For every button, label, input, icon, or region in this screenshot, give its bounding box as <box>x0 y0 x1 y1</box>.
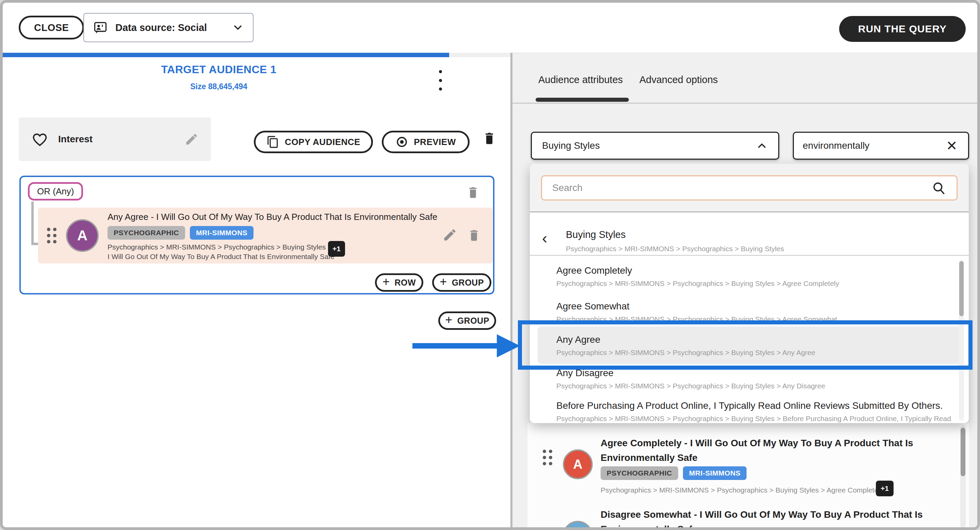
avatar: A <box>66 219 99 252</box>
add-row-label: ROW <box>395 278 416 288</box>
copy-icon <box>266 135 279 148</box>
interest-card[interactable]: Interest <box>19 118 211 161</box>
tab-divider <box>512 103 977 103</box>
dropdown-item-path: Psychographics > MRI-SIMMONS > Psychogra… <box>556 349 815 357</box>
group-operator-pill[interactable]: OR (Any) <box>28 182 83 201</box>
dropdown-item-path: Psychographics > MRI-SIMMONS > Psychogra… <box>556 415 969 423</box>
attributes-panel: Audience attributes Advanced options Buy… <box>512 53 977 527</box>
dropdown-scrollbar[interactable] <box>959 260 964 420</box>
source-badge: MRI-SIMMONS <box>683 466 746 480</box>
category-select[interactable]: Buying Styles <box>531 132 779 160</box>
group-connector <box>31 202 34 245</box>
attribute-path-line2: I Will Go Out Of My Way To Buy A Product… <box>108 253 334 261</box>
result-title[interactable]: Disagree Somewhat - I Will Go Out Of My … <box>601 507 923 530</box>
dropdown-item[interactable]: Before Purchasing A Product Online, I Ty… <box>556 400 943 411</box>
delete-attribute-icon[interactable] <box>467 227 481 243</box>
chevron-up-icon <box>756 140 768 152</box>
data-source-label: Data source: Social <box>115 22 232 33</box>
edit-attribute-icon[interactable] <box>442 228 457 242</box>
dropdown-item-path: Psychographics > MRI-SIMMONS > Psychogra… <box>556 382 825 390</box>
data-source-select[interactable]: Data source: Social <box>83 13 253 42</box>
dropdown-item[interactable]: Agree Somewhat <box>556 301 630 312</box>
more-count-badge[interactable]: +1 <box>876 481 894 496</box>
plus-icon: + <box>382 275 390 289</box>
add-outer-group-label: GROUP <box>457 316 489 326</box>
close-button[interactable]: CLOSE <box>19 16 84 40</box>
tab-audience-attributes[interactable]: Audience attributes <box>538 74 623 86</box>
audience-size: Size 88,645,494 <box>3 82 435 91</box>
more-count-badge[interactable]: +1 <box>328 241 345 257</box>
type-badge: PSYCHOGRAPHIC <box>601 466 678 480</box>
top-bar: CLOSE Data source: Social RUN THE QUERY <box>3 3 977 53</box>
results-scrollbar[interactable] <box>960 426 966 528</box>
preview-label: PREVIEW <box>414 137 456 147</box>
result-badges: PSYCHOGRAPHIC MRI-SIMMONS <box>601 466 746 480</box>
clear-search-icon[interactable]: ✕ <box>944 138 959 153</box>
logic-group-box: OR (Any) A Any Agree - I Will Go Out Of … <box>19 176 495 294</box>
data-source-icon <box>93 20 108 35</box>
run-query-button[interactable]: RUN THE QUERY <box>839 16 966 42</box>
interest-label: Interest <box>58 134 185 145</box>
attribute-row[interactable]: A Any Agree - I Will Go Out Of My Way To… <box>38 208 493 263</box>
edit-interest-icon[interactable] <box>185 132 199 146</box>
back-chevron-icon[interactable]: ‹ <box>542 231 556 246</box>
preview-icon <box>395 135 408 148</box>
avatar: A <box>563 449 593 479</box>
result-title[interactable]: Agree Completely - I Will Go Out Of My W… <box>601 436 913 465</box>
dropdown-item-highlight <box>538 326 962 364</box>
drag-handle-icon[interactable] <box>47 228 56 244</box>
dropdown-search-input[interactable] <box>552 183 931 193</box>
dropdown-item-path: Psychographics > MRI-SIMMONS > Psychogra… <box>556 280 839 288</box>
audience-title[interactable]: TARGET AUDIENCE 1 <box>3 63 435 76</box>
tab-advanced-options[interactable]: Advanced options <box>640 74 718 86</box>
chevron-down-icon <box>232 21 244 34</box>
audience-builder-window: CLOSE Data source: Social RUN THE QUERY <box>0 0 980 530</box>
delete-audience-icon[interactable] <box>482 129 497 146</box>
add-group-label: GROUP <box>452 278 484 288</box>
plus-icon: + <box>445 313 453 327</box>
keyword-input[interactable] <box>803 140 944 151</box>
dropdown-divider <box>530 255 969 256</box>
source-badge: MRI-SIMMONS <box>190 226 253 240</box>
audience-menu-icon[interactable] <box>434 70 447 91</box>
plus-icon: + <box>440 275 447 289</box>
attribute-badges: PSYCHOGRAPHIC MRI-SIMMONS <box>108 226 253 240</box>
result-path: Psychographics > MRI-SIMMONS > Psychogra… <box>601 486 883 494</box>
active-tab-indicator <box>536 98 629 102</box>
dropdown-search-box <box>541 175 958 201</box>
add-group-button[interactable]: + GROUP <box>432 273 492 292</box>
delete-group-icon[interactable] <box>466 184 480 200</box>
audience-header: TARGET AUDIENCE 1 Size 88,645,494 <box>3 63 435 91</box>
dropdown-item[interactable]: Any Disagree <box>556 368 614 379</box>
copy-audience-button[interactable]: COPY AUDIENCE <box>254 131 373 153</box>
preview-button[interactable]: PREVIEW <box>382 131 469 153</box>
dropdown-item[interactable]: Agree Completely <box>556 265 632 276</box>
category-dropdown: ‹ Buying Styles Psychographics > MRI-SIM… <box>530 164 969 423</box>
dropdown-category-path: Psychographics > MRI-SIMMONS > Psychogra… <box>566 245 784 253</box>
add-outer-group-button[interactable]: + GROUP <box>438 312 496 330</box>
add-row-button[interactable]: + ROW <box>375 273 423 292</box>
audience-canvas: TARGET AUDIENCE 1 Size 88,645,494 Intere… <box>3 57 511 527</box>
keyword-search-field: ✕ <box>793 132 969 160</box>
dropdown-item-any-agree[interactable]: Any Agree <box>556 334 600 345</box>
category-select-value: Buying Styles <box>542 140 756 151</box>
drag-handle-icon[interactable] <box>543 450 552 465</box>
search-icon <box>931 180 946 196</box>
attribute-path-line1: Psychographics > MRI-SIMMONS > Psychogra… <box>108 243 332 251</box>
copy-audience-label: COPY AUDIENCE <box>285 137 360 147</box>
attribute-title: Any Agree - I Will Go Out Of My Way To B… <box>108 212 437 222</box>
heart-icon <box>31 131 49 148</box>
type-badge: PSYCHOGRAPHIC <box>108 226 185 240</box>
dropdown-category-title[interactable]: Buying Styles <box>566 229 626 240</box>
dropdown-item-path: Psychographics > MRI-SIMMONS > Psychogra… <box>556 315 837 323</box>
audience-accent-bar <box>3 53 449 57</box>
